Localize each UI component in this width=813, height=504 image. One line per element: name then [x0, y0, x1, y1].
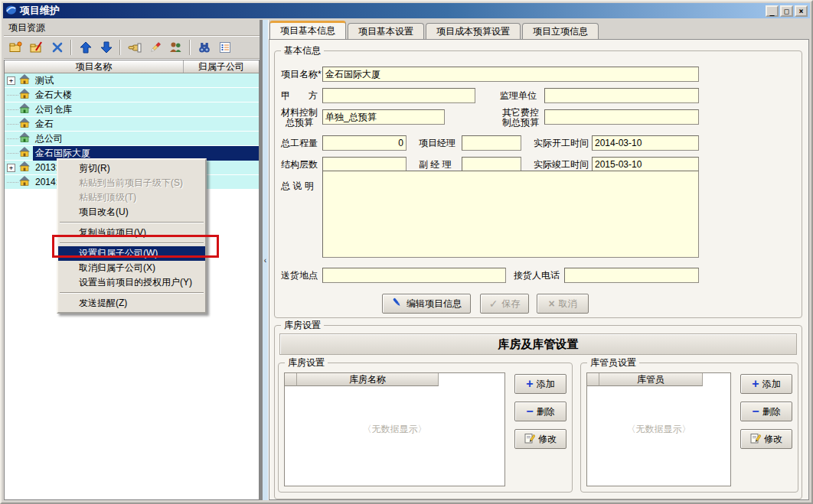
tree-item-label: 总公司: [33, 132, 65, 146]
users-icon[interactable]: [166, 38, 185, 57]
tree-row[interactable]: + 测试: [5, 73, 259, 88]
notepad-pencil-icon: [524, 433, 535, 446]
other-fee-budget-input[interactable]: [544, 109, 699, 125]
tab-panel: 基本信息 项目名称* 甲 方 监理单位 材料控制总预算 其它费控制总预算 总工程…: [269, 39, 809, 500]
tree-item-label: 金石: [33, 117, 56, 132]
house-green-icon: [19, 103, 30, 115]
search-icon[interactable]: [194, 38, 214, 57]
tab-project-basic-info[interactable]: 项目基本信息: [269, 21, 346, 39]
warehouse-banner: 库房及库管设置: [279, 333, 797, 355]
house-green-icon: [19, 132, 30, 145]
project-maintenance-window: 项目维护 _ □ × 项目资源: [0, 0, 813, 504]
maximize-button[interactable]: □: [780, 5, 793, 17]
modify-storekeeper-button[interactable]: 修改: [740, 429, 792, 449]
pen-icon: [391, 297, 403, 311]
move-up-icon[interactable]: [76, 38, 95, 57]
app-icon: [5, 5, 17, 18]
delete-storekeeper-button[interactable]: −删除: [740, 402, 792, 421]
project-name-label: 项目名称*: [281, 67, 322, 82]
edit-folder-icon[interactable]: [27, 38, 46, 57]
minimize-button[interactable]: _: [766, 5, 779, 17]
collapse-left-icon[interactable]: ‹: [264, 256, 266, 265]
tree-row[interactable]: 总公司: [5, 132, 259, 146]
basic-info-group: 基本信息 项目名称* 甲 方 监理单位 材料控制总预算 其它费控制总预算 总工程…: [274, 50, 802, 318]
general-note-textarea[interactable]: [322, 171, 699, 258]
deputy-manager-input[interactable]: [462, 157, 521, 172]
hand-point-icon[interactable]: [125, 38, 144, 57]
plus-icon: +: [752, 379, 759, 389]
minus-icon: −: [752, 406, 759, 417]
receiver-phone-input[interactable]: [564, 268, 699, 283]
storekeeper-column-header[interactable]: 库管员: [599, 373, 703, 386]
receiver-phone-label: 接货人电话: [514, 268, 560, 283]
cancel-button[interactable]: × 取消: [537, 294, 589, 314]
menu-item-cancel-subsidiary[interactable]: 取消归属子公司(X): [58, 261, 205, 275]
edit-project-info-button[interactable]: 编辑项目信息: [382, 294, 471, 314]
delivery-address-input[interactable]: [322, 268, 506, 283]
close-button[interactable]: ×: [795, 5, 808, 17]
project-manager-input[interactable]: [462, 135, 521, 151]
delete-storeroom-button[interactable]: −删除: [514, 402, 566, 421]
toolbar-separator: [70, 40, 72, 55]
menu-item-cut[interactable]: 剪切(R): [58, 161, 205, 176]
tree-toolbar: [4, 36, 260, 59]
structure-floors-input[interactable]: [322, 157, 406, 172]
warehouse-settings-group: 库房设置 库房及库管设置 库房设置 库房名称: [274, 325, 802, 499]
supervisor-input[interactable]: [544, 88, 699, 103]
house-icon: [19, 161, 30, 174]
actual-start-date-input[interactable]: [592, 135, 699, 151]
menu-item-set-subsidiary[interactable]: 设置归属子公司(W): [58, 246, 205, 261]
general-note-label: 总 说 明: [281, 178, 314, 193]
menu-item-send-reminder[interactable]: 发送提醒(Z): [58, 296, 205, 311]
supervisor-label: 监理单位: [500, 88, 537, 103]
tree-row[interactable]: 公司仓库: [5, 102, 259, 117]
tab-project-basic-settings[interactable]: 项目基本设置: [348, 23, 424, 39]
toolbar-separator: [119, 40, 121, 55]
add-storekeeper-button[interactable]: +添加: [740, 374, 792, 394]
minus-icon: −: [526, 406, 533, 417]
new-project-folder-icon[interactable]: [6, 38, 25, 57]
menu-item-copy-current-project[interactable]: 复制当前项目(V): [58, 226, 205, 240]
total-quantity-input[interactable]: [322, 135, 406, 151]
storeroom-list[interactable]: 库房名称 〈无数据显示〉: [284, 372, 505, 486]
tree-row[interactable]: 金石大楼: [5, 88, 259, 102]
move-down-icon[interactable]: [96, 38, 116, 57]
actual-finish-date-input[interactable]: [592, 157, 699, 172]
group-title: 库房设置: [281, 320, 324, 330]
storekeeper-list[interactable]: 库管员 〈无数据显示〉: [586, 372, 731, 486]
no-data-text: 〈无数据显示〉: [587, 423, 730, 436]
save-button[interactable]: ✓ 保存: [480, 294, 529, 314]
storekeeper-settings-group: 库管员设置 库管员 〈无数据显示〉 +: [580, 363, 798, 493]
report-icon[interactable]: [215, 38, 234, 57]
house-icon: [19, 74, 30, 86]
pencil-icon[interactable]: [145, 38, 165, 57]
storekeeper-list-header: 库管员: [587, 373, 730, 386]
party-a-input[interactable]: [322, 88, 475, 103]
storeroom-name-column-header[interactable]: 库房名称: [297, 373, 439, 386]
tab-project-cost-budget-settings[interactable]: 项目成本预算设置: [426, 23, 521, 39]
tab-project-approval-info[interactable]: 项目立项信息: [522, 23, 599, 39]
actual-finish-date-label: 实际竣工时间: [534, 157, 589, 172]
tree-header: 项目名称 归属子公司: [5, 60, 259, 73]
project-name-input[interactable]: [322, 67, 699, 82]
menu-item-set-authorized-users[interactable]: 设置当前项目的授权用户(Y): [58, 275, 205, 290]
add-storeroom-button[interactable]: +添加: [514, 374, 566, 394]
project-manager-label: 项目经理: [419, 135, 455, 151]
plus-icon: +: [526, 379, 533, 389]
panel-splitter[interactable]: ‹: [260, 20, 269, 500]
title-bar: 项目维护 _ □ ×: [3, 3, 810, 18]
menu-item-rename-project[interactable]: 项目改名(U): [58, 205, 205, 219]
column-header-project-name[interactable]: 项目名称: [5, 60, 184, 73]
expand-plus-icon[interactable]: +: [7, 164, 15, 172]
tree-row[interactable]: 金石: [5, 117, 259, 132]
menu-item-paste-as-child: 粘贴到当前项目子级下(S): [58, 176, 205, 190]
menu-item-paste-to-top: 粘贴到顶级(T): [58, 190, 205, 205]
window-title: 项目维护: [20, 4, 60, 18]
tree-item-label: 公司仓库: [33, 102, 74, 117]
delete-icon[interactable]: [47, 38, 67, 57]
tree-item-label: 金石大楼: [33, 88, 74, 102]
expand-plus-icon[interactable]: +: [7, 76, 15, 85]
material-budget-input[interactable]: [322, 109, 445, 125]
modify-storeroom-button[interactable]: 修改: [514, 429, 566, 449]
column-header-subsidiary[interactable]: 归属子公司: [184, 60, 259, 73]
